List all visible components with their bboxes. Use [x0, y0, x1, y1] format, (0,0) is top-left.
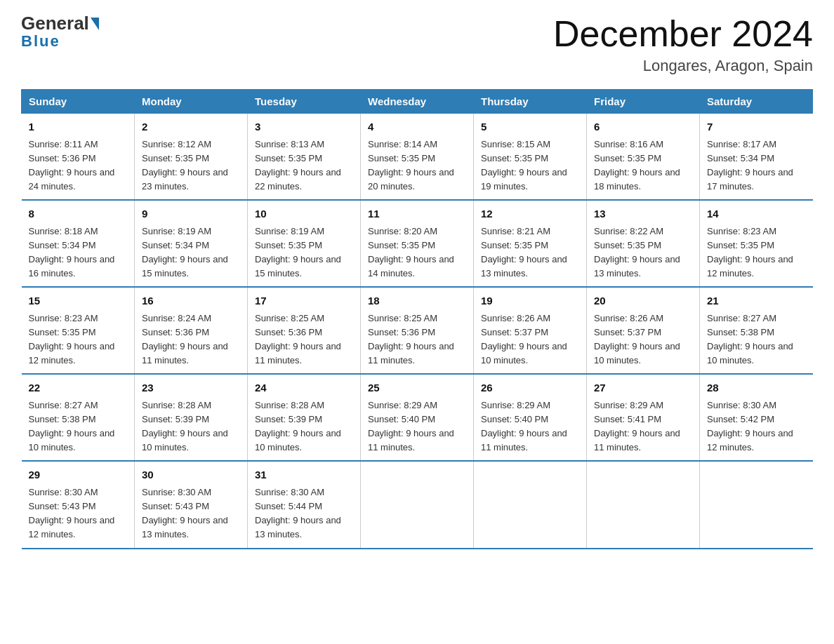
calendar-table: SundayMondayTuesdayWednesdayThursdayFrid…	[21, 89, 813, 549]
day-number: 10	[255, 206, 353, 222]
day-number: 25	[368, 380, 466, 396]
logo-triangle-icon	[91, 18, 99, 30]
calendar-week-row: 29Sunrise: 8:30 AMSunset: 5:43 PMDayligh…	[22, 461, 813, 548]
calendar-header-row: SundayMondayTuesdayWednesdayThursdayFrid…	[22, 90, 813, 114]
day-number: 12	[481, 206, 579, 222]
calendar-cell	[474, 461, 587, 548]
cell-content: Sunrise: 8:15 AMSunset: 5:35 PMDaylight:…	[481, 139, 567, 192]
day-number: 23	[142, 380, 240, 396]
cell-content: Sunrise: 8:28 AMSunset: 5:39 PMDaylight:…	[142, 400, 228, 452]
cell-content: Sunrise: 8:11 AMSunset: 5:36 PMDaylight:…	[29, 139, 115, 192]
calendar-cell: 4Sunrise: 8:14 AMSunset: 5:35 PMDaylight…	[361, 114, 474, 201]
page-title: December 2024	[553, 14, 813, 54]
calendar-cell	[361, 461, 474, 548]
cell-content: Sunrise: 8:29 AMSunset: 5:40 PMDaylight:…	[368, 400, 454, 452]
cell-content: Sunrise: 8:16 AMSunset: 5:35 PMDaylight:…	[594, 139, 680, 192]
day-number: 11	[368, 206, 466, 222]
calendar-cell: 8Sunrise: 8:18 AMSunset: 5:34 PMDaylight…	[22, 200, 135, 287]
cell-content: Sunrise: 8:29 AMSunset: 5:41 PMDaylight:…	[594, 400, 680, 452]
calendar-cell: 10Sunrise: 8:19 AMSunset: 5:35 PMDayligh…	[248, 200, 361, 287]
day-number: 3	[255, 119, 353, 135]
calendar-cell: 18Sunrise: 8:25 AMSunset: 5:36 PMDayligh…	[361, 287, 474, 374]
day-number: 7	[707, 119, 806, 135]
day-number: 18	[368, 293, 466, 309]
cell-content: Sunrise: 8:13 AMSunset: 5:35 PMDaylight:…	[255, 139, 341, 192]
day-number: 16	[142, 293, 240, 309]
cell-content: Sunrise: 8:27 AMSunset: 5:38 PMDaylight:…	[29, 400, 115, 452]
calendar-cell: 20Sunrise: 8:26 AMSunset: 5:37 PMDayligh…	[587, 287, 700, 374]
day-number: 28	[707, 380, 806, 396]
title-block: December 2024 Longares, Aragon, Spain	[553, 14, 813, 75]
calendar-week-row: 22Sunrise: 8:27 AMSunset: 5:38 PMDayligh…	[22, 374, 813, 461]
day-number: 8	[29, 206, 128, 222]
day-number: 5	[481, 119, 579, 135]
calendar-cell: 14Sunrise: 8:23 AMSunset: 5:35 PMDayligh…	[700, 200, 813, 287]
day-number: 2	[142, 119, 240, 135]
day-number: 9	[142, 206, 240, 222]
day-number: 24	[255, 380, 353, 396]
cell-content: Sunrise: 8:25 AMSunset: 5:36 PMDaylight:…	[255, 313, 341, 365]
calendar-cell: 25Sunrise: 8:29 AMSunset: 5:40 PMDayligh…	[361, 374, 474, 461]
cell-content: Sunrise: 8:30 AMSunset: 5:43 PMDaylight:…	[142, 487, 228, 539]
logo: General Blue	[21, 14, 99, 51]
day-number: 30	[142, 467, 240, 483]
cell-content: Sunrise: 8:30 AMSunset: 5:43 PMDaylight:…	[29, 487, 115, 539]
cell-content: Sunrise: 8:27 AMSunset: 5:38 PMDaylight:…	[707, 313, 793, 365]
day-number: 20	[594, 293, 692, 309]
calendar-cell: 28Sunrise: 8:30 AMSunset: 5:42 PMDayligh…	[700, 374, 813, 461]
day-number: 31	[255, 467, 353, 483]
cell-content: Sunrise: 8:30 AMSunset: 5:42 PMDaylight:…	[707, 400, 793, 452]
calendar-day-header: Wednesday	[361, 90, 474, 114]
cell-content: Sunrise: 8:23 AMSunset: 5:35 PMDaylight:…	[707, 226, 793, 279]
day-number: 13	[594, 206, 692, 222]
cell-content: Sunrise: 8:19 AMSunset: 5:34 PMDaylight:…	[142, 226, 228, 279]
day-number: 27	[594, 380, 692, 396]
day-number: 22	[29, 380, 128, 396]
cell-content: Sunrise: 8:29 AMSunset: 5:40 PMDaylight:…	[481, 400, 567, 452]
cell-content: Sunrise: 8:26 AMSunset: 5:37 PMDaylight:…	[481, 313, 567, 365]
calendar-cell: 26Sunrise: 8:29 AMSunset: 5:40 PMDayligh…	[474, 374, 587, 461]
cell-content: Sunrise: 8:30 AMSunset: 5:44 PMDaylight:…	[255, 487, 341, 539]
cell-content: Sunrise: 8:17 AMSunset: 5:34 PMDaylight:…	[707, 139, 793, 192]
day-number: 19	[481, 293, 579, 309]
calendar-day-header: Monday	[135, 90, 248, 114]
cell-content: Sunrise: 8:18 AMSunset: 5:34 PMDaylight:…	[29, 226, 115, 279]
page-header: General Blue December 2024 Longares, Ara…	[21, 14, 813, 75]
logo-blue: Blue	[21, 32, 60, 51]
calendar-cell	[587, 461, 700, 548]
cell-content: Sunrise: 8:21 AMSunset: 5:35 PMDaylight:…	[481, 226, 567, 279]
calendar-cell	[700, 461, 813, 548]
calendar-day-header: Thursday	[474, 90, 587, 114]
calendar-cell: 31Sunrise: 8:30 AMSunset: 5:44 PMDayligh…	[248, 461, 361, 548]
calendar-week-row: 15Sunrise: 8:23 AMSunset: 5:35 PMDayligh…	[22, 287, 813, 374]
cell-content: Sunrise: 8:25 AMSunset: 5:36 PMDaylight:…	[368, 313, 454, 365]
calendar-cell: 27Sunrise: 8:29 AMSunset: 5:41 PMDayligh…	[587, 374, 700, 461]
day-number: 4	[368, 119, 466, 135]
calendar-cell: 7Sunrise: 8:17 AMSunset: 5:34 PMDaylight…	[700, 114, 813, 201]
day-number: 15	[29, 293, 128, 309]
calendar-cell: 13Sunrise: 8:22 AMSunset: 5:35 PMDayligh…	[587, 200, 700, 287]
cell-content: Sunrise: 8:20 AMSunset: 5:35 PMDaylight:…	[368, 226, 454, 279]
calendar-day-header: Saturday	[700, 90, 813, 114]
cell-content: Sunrise: 8:22 AMSunset: 5:35 PMDaylight:…	[594, 226, 680, 279]
day-number: 29	[29, 467, 128, 483]
calendar-cell: 24Sunrise: 8:28 AMSunset: 5:39 PMDayligh…	[248, 374, 361, 461]
calendar-cell: 1Sunrise: 8:11 AMSunset: 5:36 PMDaylight…	[22, 114, 135, 201]
calendar-day-header: Sunday	[22, 90, 135, 114]
calendar-cell: 11Sunrise: 8:20 AMSunset: 5:35 PMDayligh…	[361, 200, 474, 287]
calendar-cell: 23Sunrise: 8:28 AMSunset: 5:39 PMDayligh…	[135, 374, 248, 461]
calendar-cell: 30Sunrise: 8:30 AMSunset: 5:43 PMDayligh…	[135, 461, 248, 548]
day-number: 26	[481, 380, 579, 396]
day-number: 21	[707, 293, 806, 309]
calendar-day-header: Friday	[587, 90, 700, 114]
calendar-cell: 15Sunrise: 8:23 AMSunset: 5:35 PMDayligh…	[22, 287, 135, 374]
logo-general: General	[21, 14, 89, 32]
calendar-cell: 22Sunrise: 8:27 AMSunset: 5:38 PMDayligh…	[22, 374, 135, 461]
day-number: 6	[594, 119, 692, 135]
day-number: 14	[707, 206, 806, 222]
calendar-cell: 19Sunrise: 8:26 AMSunset: 5:37 PMDayligh…	[474, 287, 587, 374]
day-number: 1	[29, 119, 128, 135]
calendar-cell: 16Sunrise: 8:24 AMSunset: 5:36 PMDayligh…	[135, 287, 248, 374]
calendar-cell: 21Sunrise: 8:27 AMSunset: 5:38 PMDayligh…	[700, 287, 813, 374]
calendar-cell: 12Sunrise: 8:21 AMSunset: 5:35 PMDayligh…	[474, 200, 587, 287]
